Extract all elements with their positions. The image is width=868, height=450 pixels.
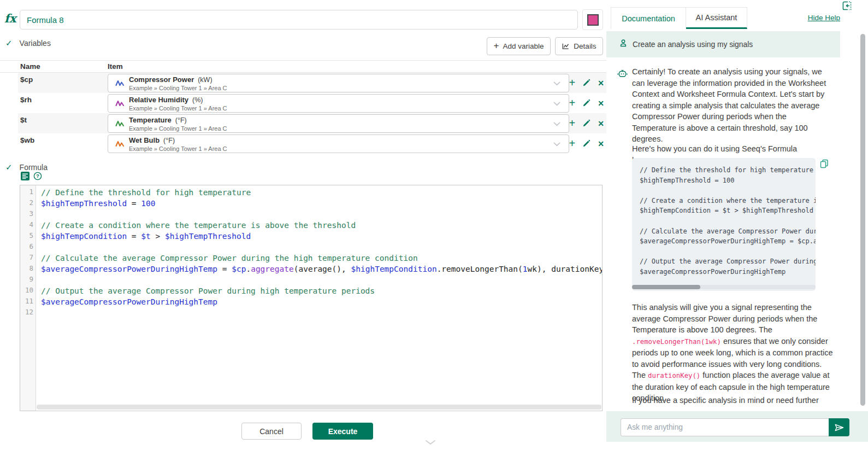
variable-row: $tTemperature(°F)Example » Cooling Tower… xyxy=(18,113,606,133)
chevron-down-icon[interactable] xyxy=(553,81,560,86)
signal-name: Temperature xyxy=(129,116,172,124)
formula-section-label: Formula xyxy=(20,163,48,172)
chevron-down-icon[interactable] xyxy=(553,122,560,126)
assistant-paragraph: If you have a specific analysis in mind … xyxy=(632,395,833,406)
color-swatch xyxy=(587,14,599,26)
collapse-panel-icon[interactable] xyxy=(842,1,852,13)
code-line-text: // Create a condition where the temperat… xyxy=(41,220,602,231)
code-line: 9 xyxy=(20,274,602,285)
ask-input[interactable] xyxy=(621,418,829,436)
code-line-text: $averageCompressorPowerDuringHighTemp xyxy=(41,296,602,307)
check-icon: ✓ xyxy=(5,38,13,48)
color-swatch-button[interactable] xyxy=(582,9,603,30)
line-number: 2 xyxy=(20,198,33,207)
tab-documentation[interactable]: Documentation xyxy=(611,7,686,29)
signal-path: Example » Cooling Tower 1 » Area C xyxy=(129,106,227,112)
variable-item-select[interactable]: Temperature(°F)Example » Cooling Tower 1… xyxy=(108,114,569,133)
details-label: Details xyxy=(574,42,596,50)
seeq-formula-tool: fx Formula 8 ✓ Variables + Add variable … xyxy=(0,0,868,450)
code-line: 8$averageCompressorPowerDuringHighTemp =… xyxy=(20,264,602,274)
help-tabs: Documentation AI Assistant xyxy=(611,7,747,29)
variable-row: $wbWet Bulb(°F)Example » Cooling Tower 1… xyxy=(18,133,606,154)
scroll-down-chevron-icon[interactable] xyxy=(425,437,436,447)
code-line: 10// Output the average Compressor Power… xyxy=(20,285,602,296)
remove-icon[interactable]: ✕ xyxy=(598,119,604,128)
variable-row-actions: +✕ xyxy=(569,93,604,113)
remove-icon[interactable]: ✕ xyxy=(598,99,604,108)
signal-path: Example » Cooling Tower 1 » Area C xyxy=(129,85,227,91)
chat-vertical-scrollbar[interactable] xyxy=(860,34,865,406)
formula-docs-icon[interactable] xyxy=(21,172,29,180)
edit-pencil-icon[interactable] xyxy=(582,99,591,107)
cancel-button[interactable]: Cancel xyxy=(241,423,302,440)
signal-unit: (kW) xyxy=(198,76,212,84)
signal-name: Compressor Power xyxy=(129,75,194,84)
line-number: 10 xyxy=(20,286,33,294)
variable-item-select[interactable]: Wet Bulb(°F)Example » Cooling Tower 1 » … xyxy=(108,135,569,153)
copy-code-icon[interactable] xyxy=(820,159,829,171)
code-line-text: $highTempThreshold = 100 xyxy=(41,198,602,209)
execute-button[interactable]: Execute xyxy=(312,423,373,440)
variables-section-label: Variables xyxy=(20,39,51,48)
inline-code: .removeLongerThan(1wk) xyxy=(632,338,721,346)
code-line: 6 xyxy=(20,242,602,253)
hide-help-link[interactable]: Hide Help xyxy=(808,14,840,22)
chevron-down-icon[interactable] xyxy=(553,142,560,147)
signal-icon xyxy=(115,120,125,127)
add-icon[interactable]: + xyxy=(569,117,576,130)
variables-table-header: Name Item xyxy=(0,60,606,73)
chevron-down-icon[interactable] xyxy=(553,102,560,106)
column-header-name: Name xyxy=(20,62,40,71)
column-header-item: Item xyxy=(108,62,123,71)
add-variable-button[interactable]: + Add variable xyxy=(487,37,551,55)
code-line: 5$highTempCondition = $t > $highTempThre… xyxy=(20,231,602,242)
editor-horizontal-scrollbar[interactable] xyxy=(37,405,601,410)
details-button[interactable]: Details xyxy=(555,37,603,55)
edit-pencil-icon[interactable] xyxy=(582,139,591,148)
edit-pencil-icon[interactable] xyxy=(582,119,591,127)
remove-icon[interactable]: ✕ xyxy=(598,139,604,148)
variable-row-actions: +✕ xyxy=(569,133,604,154)
variable-name: $cp xyxy=(20,75,33,84)
code-line: 4// Create a condition where the tempera… xyxy=(20,220,602,231)
add-icon[interactable]: + xyxy=(569,137,576,150)
help-question-icon[interactable]: ? xyxy=(33,172,42,180)
code-text-line xyxy=(640,247,816,257)
variable-name: $rh xyxy=(20,96,32,104)
code-line-text: // Calculate the average Compressor Powe… xyxy=(41,253,602,264)
tab-ai-assistant[interactable]: AI Assistant xyxy=(686,7,747,29)
send-button[interactable] xyxy=(829,418,849,436)
formula-code-editor[interactable]: 1// Define the threshold for high temper… xyxy=(20,185,603,411)
code-line: 11$averageCompressorPowerDuringHighTemp xyxy=(20,296,602,307)
code-block-scrollbar[interactable] xyxy=(632,285,816,289)
code-text-line xyxy=(640,216,816,226)
code-text-line: $averageCompressorPowerDuringHighTemp xyxy=(640,267,816,277)
remove-icon[interactable]: ✕ xyxy=(598,79,604,87)
assistant-paragraph: Certainly! To create an analysis using y… xyxy=(632,66,833,145)
variables-section-header: ✓ Variables xyxy=(5,38,51,48)
add-icon[interactable]: + xyxy=(569,77,576,89)
formula-name-input[interactable]: Formula 8 xyxy=(20,10,578,30)
check-icon: ✓ xyxy=(5,162,13,172)
formula-fx-icon: fx xyxy=(4,11,16,25)
signal-unit: (°F) xyxy=(163,137,175,144)
signal-name: Wet Bulb xyxy=(129,136,160,144)
add-icon[interactable]: + xyxy=(569,97,576,109)
code-line-text: // Define the threshold for high tempera… xyxy=(41,187,602,198)
variable-row: $rhRelative Humidity(%)Example » Cooling… xyxy=(18,93,606,113)
line-number: 7 xyxy=(20,253,33,261)
signal-icon xyxy=(115,100,125,107)
line-number: 9 xyxy=(20,275,33,283)
signal-name: Relative Humidity xyxy=(129,96,188,104)
code-line: 12 xyxy=(20,307,602,318)
variable-item-select[interactable]: Compressor Power(kW)Example » Cooling To… xyxy=(108,74,569,92)
paper-plane-icon xyxy=(834,423,845,432)
assistant-code-block[interactable]: // Define the threshold for high tempera… xyxy=(632,158,816,291)
edit-pencil-icon[interactable] xyxy=(582,79,591,87)
variable-row-actions: +✕ xyxy=(569,113,604,133)
formula-section-header: ✓ Formula xyxy=(5,162,48,172)
svg-text:?: ? xyxy=(36,173,39,179)
variable-item-select[interactable]: Relative Humidity(%)Example » Cooling To… xyxy=(108,94,569,113)
signal-unit: (°F) xyxy=(175,116,187,124)
code-line: 2$highTempThreshold = 100 xyxy=(20,198,602,209)
